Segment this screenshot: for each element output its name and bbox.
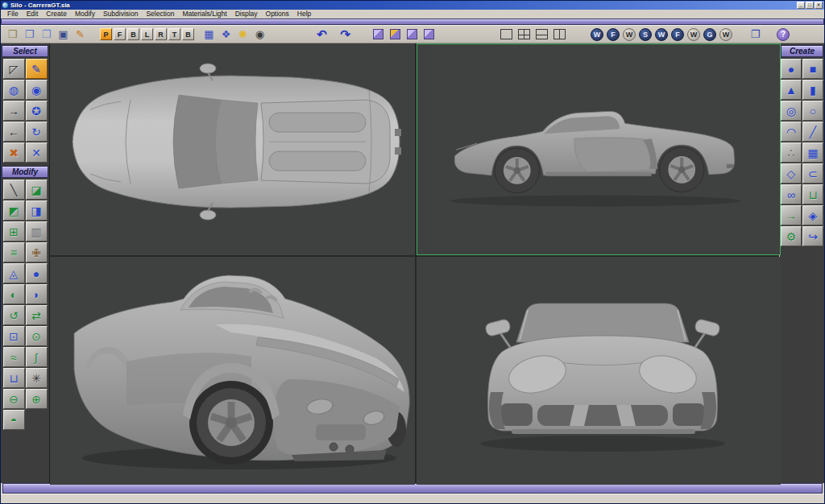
create-arc-button[interactable]: ◠	[781, 122, 802, 142]
inset-tool-button[interactable]: ⊞	[3, 221, 25, 242]
split-tool-button[interactable]: ◬	[3, 263, 25, 283]
viewport-front-view[interactable]	[417, 257, 781, 485]
viewport-side-view[interactable]	[417, 43, 781, 255]
create-cone-button[interactable]: ▲	[781, 80, 802, 100]
unsubdivide-shield-tool-button[interactable]: ⊖	[3, 389, 25, 409]
view-top-button[interactable]: T	[168, 28, 180, 40]
bend-tool-button[interactable]: ≈	[3, 347, 25, 367]
view-right-button[interactable]: R	[155, 28, 167, 40]
wireframe-toggle-1[interactable]: W	[591, 28, 603, 41]
duplicate-button[interactable]: →	[781, 205, 802, 225]
select-ring-tool-button[interactable]: ◉	[26, 80, 48, 100]
flip-normals-tool-button[interactable]: ⇄	[26, 305, 48, 325]
ghost-shade-toggle[interactable]: G	[703, 28, 716, 41]
subdivide-shield-tool-button[interactable]: ⊕	[26, 389, 48, 409]
select-loop-tool-button[interactable]: ◍	[3, 80, 25, 100]
wireframe-toggle-5[interactable]: W	[719, 28, 732, 41]
menu-options[interactable]: Options	[262, 10, 293, 19]
redo-button[interactable]: ↷	[337, 27, 354, 42]
viewport-perspective-view[interactable]	[50, 257, 415, 485]
create-curve-button[interactable]: ⊂	[802, 163, 823, 184]
sculpt-brush-tool-button[interactable]: ✳	[26, 368, 48, 388]
view-front-button[interactable]: F	[114, 28, 126, 40]
extrude-tool-button[interactable]: ◩	[3, 200, 25, 221]
view-back-button[interactable]: B	[127, 28, 139, 40]
layout-vsplit-button[interactable]	[550, 27, 568, 42]
symmetry-selection-tool-button[interactable]: ✕	[26, 143, 48, 163]
fill-hole-tool-button[interactable]: ◐	[3, 284, 25, 304]
create-cylinder-button[interactable]: ▮	[802, 80, 823, 100]
create-gear-button[interactable]: ⚙	[781, 226, 802, 246]
maximize-button[interactable]: □	[806, 2, 814, 9]
round-tool-button[interactable]: ●	[26, 263, 48, 283]
pin-tool-button[interactable]: ⊙	[26, 326, 48, 346]
layout-single-button[interactable]	[497, 27, 515, 42]
flat-shade-toggle-2[interactable]: F	[671, 28, 684, 41]
help-button[interactable]: ?	[777, 28, 790, 41]
menu-materials-light[interactable]: Materials/Light	[178, 10, 230, 19]
new-scene-button[interactable]: ❒	[4, 27, 21, 42]
create-sphere-button[interactable]: ●	[781, 59, 802, 79]
menu-modify[interactable]: Modify	[71, 10, 99, 19]
wireframe-toggle-2[interactable]: W	[623, 28, 636, 41]
create-polygon-button[interactable]: ◇	[781, 163, 802, 184]
bridge-tool-button[interactable]: ▥	[26, 221, 48, 242]
lights-toggle-button[interactable]: ✺	[234, 27, 251, 42]
grid-toggle-button[interactable]: ▦	[201, 27, 218, 42]
create-circle-button[interactable]: ○	[802, 101, 823, 121]
menu-file[interactable]: File	[3, 10, 23, 19]
create-edge-button[interactable]: ∞	[781, 184, 802, 204]
view-bottom-button[interactable]: B	[182, 28, 194, 40]
cut-tool-button[interactable]: ◪	[26, 180, 48, 200]
wireframe-toggle-4[interactable]: W	[687, 28, 700, 41]
area-select-tool-button[interactable]: ◸	[3, 59, 25, 79]
crease-button[interactable]	[404, 27, 421, 42]
minimize-button[interactable]: _	[797, 2, 805, 9]
knife-tool-button[interactable]: ╲	[3, 180, 25, 200]
paint-select-tool-button[interactable]: ✎	[26, 59, 48, 79]
tweak-tool-button[interactable]: ✙	[26, 242, 48, 262]
view-perspective-button[interactable]: P	[100, 28, 112, 40]
create-cube-button[interactable]: ■	[802, 59, 823, 79]
shrink-selection-tool-button[interactable]: ←	[3, 122, 25, 142]
undo-button[interactable]: ↶	[313, 27, 330, 42]
save-button[interactable]: ▣	[55, 27, 72, 42]
select-all-loops-tool-button[interactable]: ✪	[26, 101, 48, 121]
layout-hsplit-button[interactable]	[533, 27, 550, 42]
subdivide-button[interactable]	[370, 27, 387, 42]
create-line-button[interactable]: ╱	[802, 122, 823, 142]
menu-subdivision[interactable]: Subdivision	[99, 10, 142, 19]
viewport-top-view[interactable]	[50, 43, 415, 255]
create-grid-plane-button[interactable]: ▦	[802, 143, 823, 163]
spin-edge-tool-button[interactable]: ↺	[3, 305, 25, 325]
menu-display[interactable]: Display	[231, 10, 262, 19]
create-lathe-object-button[interactable]: ∴	[781, 143, 802, 163]
export-button[interactable]: ✎	[72, 27, 89, 42]
menu-edit[interactable]: Edit	[23, 10, 43, 19]
shift-loop-tool-button[interactable]: ≡	[3, 242, 25, 262]
manual-button[interactable]: ❐	[747, 27, 764, 42]
uncrease-button[interactable]	[421, 27, 437, 42]
sweep-button[interactable]: ↪	[802, 226, 823, 246]
create-torus-button[interactable]: ◎	[781, 101, 802, 121]
instance-mirror-button[interactable]: ◈	[802, 205, 823, 225]
view-left-button[interactable]: L	[141, 28, 153, 40]
open-file-button[interactable]: ❒	[21, 27, 38, 42]
smooth-shade-toggle[interactable]: S	[639, 28, 652, 41]
menu-create[interactable]: Create	[42, 10, 71, 19]
flat-shade-toggle-1[interactable]: F	[607, 28, 620, 41]
boolean-tool-button[interactable]: ⊡	[3, 326, 25, 346]
invert-selection-tool-button[interactable]: ↻	[26, 122, 48, 142]
layout-quad-button[interactable]	[515, 27, 533, 42]
grow-selection-tool-button[interactable]: →	[3, 101, 25, 121]
menu-help[interactable]: Help	[293, 10, 315, 19]
bevel-tool-button[interactable]: ◨	[26, 200, 48, 221]
close-button[interactable]: ✕	[815, 2, 823, 9]
menu-selection[interactable]: Selection	[142, 10, 178, 19]
twist-tool-button[interactable]: ∫	[26, 347, 48, 367]
mirror-selection-tool-button[interactable]: ✖	[3, 143, 25, 163]
save-scene-as-button[interactable]: ❐	[38, 27, 55, 42]
lathe-tool-button[interactable]: ⊔	[3, 368, 25, 388]
lattice-toggle-button[interactable]: ❖	[218, 27, 234, 42]
scoop-tool-button[interactable]: ◗	[26, 284, 48, 304]
